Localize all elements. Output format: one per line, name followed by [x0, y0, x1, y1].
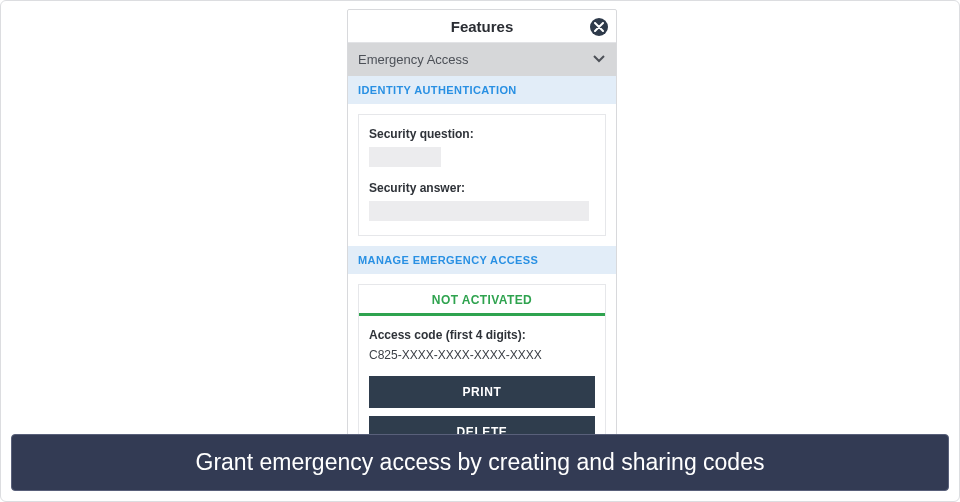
security-answer-input[interactable]	[369, 201, 589, 221]
security-question-label: Security question:	[369, 127, 595, 141]
section-identity-auth-label: IDENTITY AUTHENTICATION	[348, 76, 616, 104]
identity-auth-card: Security question: Security answer:	[358, 114, 606, 236]
access-code-label: Access code (first 4 digits):	[369, 328, 595, 342]
panel-title: Features	[451, 18, 514, 35]
features-panel: Features Emergency Access IDENTITY AUTHE…	[347, 9, 617, 476]
caption: Grant emergency access by creating and s…	[11, 434, 949, 491]
section-manage-label: MANAGE EMERGENCY ACCESS	[348, 246, 616, 274]
feature-dropdown[interactable]: Emergency Access	[348, 43, 616, 76]
panel-header: Features	[348, 10, 616, 43]
chevron-down-icon	[592, 51, 606, 68]
activation-status: NOT ACTIVATED	[359, 285, 605, 316]
access-code-value: C825-XXXX-XXXX-XXXX-XXXX	[369, 348, 595, 362]
close-icon[interactable]	[590, 18, 608, 36]
security-answer-label: Security answer:	[369, 181, 595, 195]
dropdown-selected: Emergency Access	[358, 52, 469, 67]
security-question-input[interactable]	[369, 147, 441, 167]
print-button[interactable]: PRINT	[369, 376, 595, 408]
